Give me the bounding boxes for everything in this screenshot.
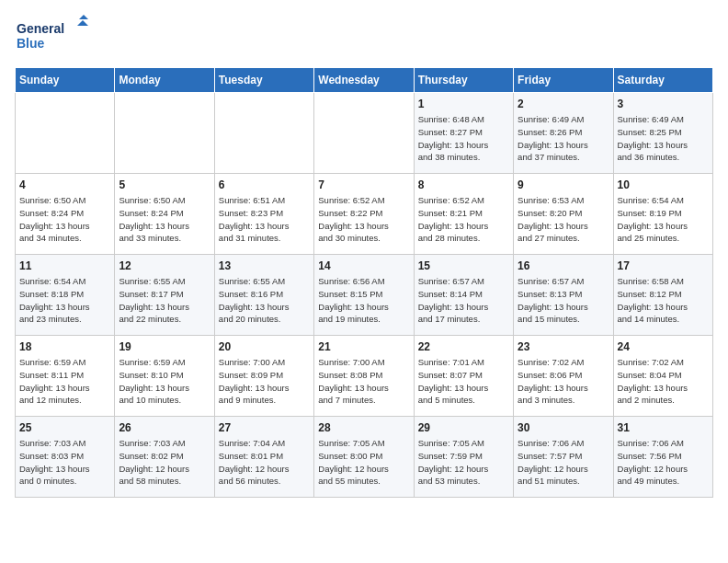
- day-cell: 25Sunrise: 7:03 AM Sunset: 8:03 PM Dayli…: [16, 417, 115, 498]
- day-cell: 4Sunrise: 6:50 AM Sunset: 8:24 PM Daylig…: [16, 174, 115, 255]
- day-cell: 31Sunrise: 7:06 AM Sunset: 7:56 PM Dayli…: [613, 417, 712, 498]
- day-number: 19: [119, 340, 210, 353]
- day-number: 14: [318, 259, 409, 272]
- calendar-table: SundayMondayTuesdayWednesdayThursdayFrid…: [15, 67, 713, 498]
- day-cell: 6Sunrise: 6:51 AM Sunset: 8:23 PM Daylig…: [214, 174, 313, 255]
- day-info: Sunrise: 6:59 AM Sunset: 8:11 PM Dayligh…: [19, 356, 110, 407]
- page-header: General Blue: [15, 15, 713, 56]
- day-info: Sunrise: 6:55 AM Sunset: 8:17 PM Dayligh…: [119, 275, 210, 326]
- day-info: Sunrise: 6:49 AM Sunset: 8:26 PM Dayligh…: [518, 113, 609, 164]
- day-info: Sunrise: 7:03 AM Sunset: 8:03 PM Dayligh…: [19, 437, 110, 488]
- day-info: Sunrise: 6:57 AM Sunset: 8:13 PM Dayligh…: [518, 275, 609, 326]
- day-number: 1: [418, 98, 509, 110]
- day-number: 17: [618, 259, 709, 272]
- day-info: Sunrise: 7:05 AM Sunset: 8:00 PM Dayligh…: [318, 437, 409, 488]
- day-cell: [115, 93, 214, 174]
- day-number: 10: [618, 178, 709, 191]
- day-info: Sunrise: 6:50 AM Sunset: 8:24 PM Dayligh…: [19, 194, 110, 245]
- day-number: 26: [119, 421, 210, 434]
- day-info: Sunrise: 6:51 AM Sunset: 8:23 PM Dayligh…: [219, 194, 310, 245]
- day-info: Sunrise: 6:50 AM Sunset: 8:24 PM Dayligh…: [119, 194, 210, 245]
- day-cell: 8Sunrise: 6:52 AM Sunset: 8:21 PM Daylig…: [414, 174, 513, 255]
- day-cell: 23Sunrise: 7:02 AM Sunset: 8:06 PM Dayli…: [514, 336, 613, 417]
- day-cell: 30Sunrise: 7:06 AM Sunset: 7:57 PM Dayli…: [514, 417, 613, 498]
- day-cell: 21Sunrise: 7:00 AM Sunset: 8:08 PM Dayli…: [314, 336, 414, 417]
- day-cell: 3Sunrise: 6:49 AM Sunset: 8:25 PM Daylig…: [613, 93, 712, 174]
- day-info: Sunrise: 7:03 AM Sunset: 8:02 PM Dayligh…: [119, 437, 210, 488]
- day-number: 18: [19, 340, 110, 353]
- day-number: 12: [119, 259, 210, 272]
- day-cell: 2Sunrise: 6:49 AM Sunset: 8:26 PM Daylig…: [514, 93, 613, 174]
- day-info: Sunrise: 7:02 AM Sunset: 8:04 PM Dayligh…: [618, 356, 709, 407]
- day-number: 16: [518, 259, 609, 272]
- day-cell: [16, 93, 115, 174]
- header-row: SundayMondayTuesdayWednesdayThursdayFrid…: [16, 68, 713, 93]
- day-info: Sunrise: 7:00 AM Sunset: 8:09 PM Dayligh…: [219, 356, 310, 407]
- day-info: Sunrise: 7:02 AM Sunset: 8:06 PM Dayligh…: [518, 356, 609, 407]
- day-number: 21: [318, 340, 409, 353]
- day-number: 11: [19, 259, 110, 272]
- day-info: Sunrise: 6:58 AM Sunset: 8:12 PM Dayligh…: [618, 275, 709, 326]
- svg-text:Blue: Blue: [17, 36, 45, 51]
- day-cell: [214, 93, 313, 174]
- day-info: Sunrise: 6:54 AM Sunset: 8:18 PM Dayligh…: [19, 275, 110, 326]
- day-info: Sunrise: 6:52 AM Sunset: 8:22 PM Dayligh…: [318, 194, 409, 245]
- day-cell: 26Sunrise: 7:03 AM Sunset: 8:02 PM Dayli…: [115, 417, 214, 498]
- day-info: Sunrise: 7:06 AM Sunset: 7:56 PM Dayligh…: [618, 437, 709, 488]
- day-cell: 24Sunrise: 7:02 AM Sunset: 8:04 PM Dayli…: [613, 336, 712, 417]
- day-cell: [314, 93, 414, 174]
- day-number: 24: [618, 340, 709, 353]
- col-header-friday: Friday: [514, 68, 613, 93]
- day-cell: 27Sunrise: 7:04 AM Sunset: 8:01 PM Dayli…: [214, 417, 313, 498]
- day-cell: 7Sunrise: 6:52 AM Sunset: 8:22 PM Daylig…: [314, 174, 414, 255]
- day-number: 2: [518, 98, 609, 110]
- day-info: Sunrise: 6:57 AM Sunset: 8:14 PM Dayligh…: [418, 275, 509, 326]
- day-number: 30: [518, 421, 609, 434]
- svg-marker-3: [77, 20, 88, 26]
- day-info: Sunrise: 7:04 AM Sunset: 8:01 PM Dayligh…: [219, 437, 310, 488]
- day-info: Sunrise: 6:52 AM Sunset: 8:21 PM Dayligh…: [418, 194, 509, 245]
- day-cell: 10Sunrise: 6:54 AM Sunset: 8:19 PM Dayli…: [613, 174, 712, 255]
- week-row-2: 4Sunrise: 6:50 AM Sunset: 8:24 PM Daylig…: [16, 174, 713, 255]
- col-header-saturday: Saturday: [613, 68, 712, 93]
- day-cell: 5Sunrise: 6:50 AM Sunset: 8:24 PM Daylig…: [115, 174, 214, 255]
- day-cell: 18Sunrise: 6:59 AM Sunset: 8:11 PM Dayli…: [16, 336, 115, 417]
- day-cell: 12Sunrise: 6:55 AM Sunset: 8:17 PM Dayli…: [115, 255, 214, 336]
- day-number: 28: [318, 421, 409, 434]
- day-cell: 13Sunrise: 6:55 AM Sunset: 8:16 PM Dayli…: [214, 255, 313, 336]
- col-header-tuesday: Tuesday: [214, 68, 313, 93]
- day-cell: 28Sunrise: 7:05 AM Sunset: 8:00 PM Dayli…: [314, 417, 414, 498]
- day-number: 25: [19, 421, 110, 434]
- day-number: 5: [119, 178, 210, 191]
- day-info: Sunrise: 6:49 AM Sunset: 8:25 PM Dayligh…: [618, 113, 709, 164]
- day-cell: 14Sunrise: 6:56 AM Sunset: 8:15 PM Dayli…: [314, 255, 414, 336]
- day-info: Sunrise: 6:59 AM Sunset: 8:10 PM Dayligh…: [119, 356, 210, 407]
- day-number: 4: [19, 178, 110, 191]
- week-row-4: 18Sunrise: 6:59 AM Sunset: 8:11 PM Dayli…: [16, 336, 713, 417]
- day-number: 27: [219, 421, 310, 434]
- day-info: Sunrise: 6:48 AM Sunset: 8:27 PM Dayligh…: [418, 113, 509, 164]
- day-info: Sunrise: 6:53 AM Sunset: 8:20 PM Dayligh…: [518, 194, 609, 245]
- day-number: 29: [418, 421, 509, 434]
- day-cell: 1Sunrise: 6:48 AM Sunset: 8:27 PM Daylig…: [414, 93, 513, 174]
- day-number: 31: [618, 421, 709, 434]
- day-number: 8: [418, 178, 509, 191]
- day-cell: 11Sunrise: 6:54 AM Sunset: 8:18 PM Dayli…: [16, 255, 115, 336]
- col-header-wednesday: Wednesday: [314, 68, 414, 93]
- col-header-thursday: Thursday: [414, 68, 513, 93]
- day-cell: 16Sunrise: 6:57 AM Sunset: 8:13 PM Dayli…: [514, 255, 613, 336]
- day-cell: 29Sunrise: 7:05 AM Sunset: 7:59 PM Dayli…: [414, 417, 513, 498]
- day-info: Sunrise: 7:06 AM Sunset: 7:57 PM Dayligh…: [518, 437, 609, 488]
- day-cell: 19Sunrise: 6:59 AM Sunset: 8:10 PM Dayli…: [115, 336, 214, 417]
- col-header-monday: Monday: [115, 68, 214, 93]
- day-number: 22: [418, 340, 509, 353]
- day-info: Sunrise: 7:05 AM Sunset: 7:59 PM Dayligh…: [418, 437, 509, 488]
- svg-marker-2: [79, 15, 88, 19]
- day-info: Sunrise: 7:00 AM Sunset: 8:08 PM Dayligh…: [318, 356, 409, 407]
- day-number: 23: [518, 340, 609, 353]
- day-number: 15: [418, 259, 509, 272]
- day-number: 7: [318, 178, 409, 191]
- week-row-1: 1Sunrise: 6:48 AM Sunset: 8:27 PM Daylig…: [16, 93, 713, 174]
- day-number: 20: [219, 340, 310, 353]
- day-info: Sunrise: 6:56 AM Sunset: 8:15 PM Dayligh…: [318, 275, 409, 326]
